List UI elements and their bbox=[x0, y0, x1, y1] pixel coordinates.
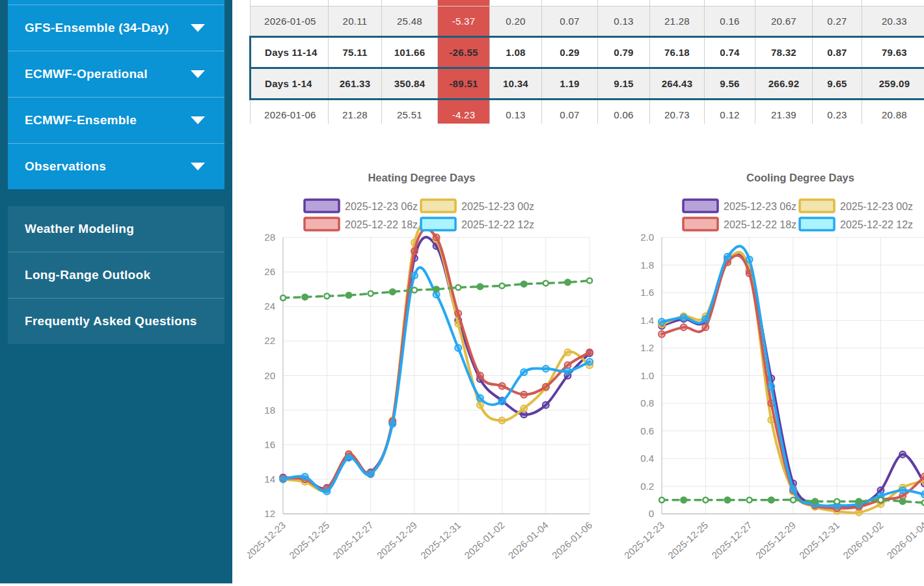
data-point bbox=[323, 488, 330, 494]
data-point bbox=[302, 473, 308, 480]
sidebar-item-label: GFS-Ensemble (34-Day) bbox=[25, 21, 169, 35]
data-point bbox=[768, 496, 775, 503]
data-point bbox=[811, 498, 819, 505]
cell-negative: -89.51 bbox=[438, 68, 490, 100]
sidebar-item-partial[interactable] bbox=[8, 0, 224, 5]
data-point bbox=[433, 286, 440, 293]
x-axis-tick-label: 2025-12-31 bbox=[797, 520, 841, 561]
sidebar-item-gfs-ensemble[interactable]: GFS-Ensemble (34-Day) bbox=[8, 5, 224, 51]
data-point bbox=[455, 310, 461, 317]
cell-value: 0.87 bbox=[813, 37, 862, 68]
data-point bbox=[587, 278, 592, 283]
data-point bbox=[564, 368, 571, 375]
cell-value: 20.11 bbox=[329, 7, 382, 37]
sidebar-item-observations[interactable]: Observations bbox=[8, 143, 224, 189]
cell-value: 9.15 bbox=[598, 68, 650, 100]
legend-item[interactable]: 2025-12-23 00z bbox=[421, 200, 534, 212]
cell-value: 20.88 bbox=[862, 100, 924, 124]
table-row: 2026-01-0621.2825.51-4.230.130.070.0620.… bbox=[251, 100, 924, 124]
data-point bbox=[499, 382, 506, 389]
data-point bbox=[586, 358, 593, 365]
degree-days-table: 2026-01-0520.1125.48-5.370.200.070.1321.… bbox=[249, 0, 924, 124]
legend-item[interactable]: 2025-12-22 12z bbox=[800, 218, 913, 230]
legend-label: 2025-12-23 06z bbox=[345, 201, 418, 212]
cell-value: 20.73 bbox=[650, 100, 705, 124]
cell-negative: -4.23 bbox=[438, 100, 490, 124]
x-axis-tick-label: 2026-01-04 bbox=[884, 520, 924, 561]
y-axis-tick-label: 22 bbox=[264, 335, 275, 346]
data-point bbox=[659, 319, 665, 325]
cell-negative: -26.55 bbox=[438, 37, 490, 68]
data-point bbox=[543, 280, 549, 286]
cell-value: 0.20 bbox=[490, 7, 542, 37]
sidebar-item-long-range-outlook[interactable]: Long-Range Outlook bbox=[8, 252, 224, 298]
sidebar: GFS-Ensemble (34-Day) ECMWF-Operational … bbox=[0, 0, 232, 583]
cell-value: 0.29 bbox=[542, 37, 598, 68]
series-2025-12-22 12z bbox=[659, 246, 924, 509]
x-axis-tick-label: 2025-12-29 bbox=[754, 520, 798, 561]
data-point bbox=[680, 496, 687, 503]
x-axis-tick-label: 2025-12-31 bbox=[418, 520, 463, 561]
legend-item[interactable]: 2025-12-23 06z bbox=[683, 200, 796, 212]
data-point bbox=[703, 498, 708, 503]
sidebar-item-label: Frequently Asked Questions bbox=[25, 314, 197, 328]
sidebar-item-ecmwf-ensemble[interactable]: ECMWF-Ensemble bbox=[8, 97, 224, 143]
y-axis-tick-label: 24 bbox=[264, 300, 275, 312]
y-axis-tick-label: 0.2 bbox=[640, 481, 654, 492]
sidebar-item-faq[interactable]: Frequently Asked Questions bbox=[8, 298, 224, 344]
y-axis-tick-label: 1.0 bbox=[640, 370, 654, 381]
cell-value: 21.28 bbox=[650, 7, 705, 37]
data-point bbox=[790, 486, 796, 492]
sidebar-item-weather-modeling[interactable]: Weather Modeling bbox=[8, 206, 224, 252]
sidebar-item-ecmwf-operational[interactable]: ECMWF-Operational bbox=[8, 51, 224, 97]
y-axis-tick-label: 26 bbox=[264, 266, 275, 277]
cell-value: 21.28 bbox=[329, 100, 382, 124]
row-label: 2026-01-06 bbox=[251, 100, 329, 124]
cell-value: 78.32 bbox=[755, 37, 813, 68]
data-point bbox=[543, 402, 549, 408]
x-axis-tick-label: 2025-12-27 bbox=[709, 520, 754, 561]
data-point bbox=[368, 471, 374, 477]
legend-item[interactable]: 2025-12-23 06z bbox=[305, 200, 418, 212]
x-axis-tick-label: 2025-12-29 bbox=[375, 520, 419, 561]
sidebar-item-label: ECMWF-Ensemble bbox=[25, 113, 137, 127]
data-point bbox=[724, 496, 731, 503]
data-point bbox=[411, 272, 418, 278]
cell-value: 79.63 bbox=[862, 37, 924, 68]
chevron-down-icon bbox=[191, 70, 205, 78]
y-axis-tick-label: 1.8 bbox=[640, 260, 654, 271]
row-label: 2026-01-05 bbox=[251, 7, 329, 37]
cell-value bbox=[329, 0, 382, 7]
y-axis-tick-label: 16 bbox=[264, 439, 275, 450]
y-axis-tick-label: 14 bbox=[264, 473, 275, 485]
data-point bbox=[368, 291, 374, 296]
legend-label: 2025-12-22 18z bbox=[724, 219, 796, 230]
cell-value: 76.18 bbox=[650, 37, 705, 68]
chevron-down-icon bbox=[191, 24, 205, 32]
legend-item[interactable]: 2025-12-22 12z bbox=[421, 218, 534, 230]
legend-item[interactable]: 2025-12-22 18z bbox=[683, 218, 796, 230]
data-point bbox=[411, 248, 418, 254]
y-axis-tick-label: 0.6 bbox=[640, 425, 654, 436]
data-point bbox=[433, 234, 440, 241]
legend-item[interactable]: 2025-12-22 18z bbox=[305, 218, 418, 230]
x-axis-tick-label: 2026-01-02 bbox=[462, 520, 506, 561]
legend-label: 2025-12-23 06z bbox=[724, 201, 796, 212]
cell-value: 101.66 bbox=[382, 37, 438, 68]
cell-value bbox=[813, 0, 862, 7]
chevron-down-icon bbox=[191, 163, 205, 170]
data-point bbox=[280, 476, 286, 483]
data-point bbox=[324, 293, 329, 299]
cell-value bbox=[650, 0, 705, 7]
data-point bbox=[702, 315, 709, 322]
data-point bbox=[477, 402, 483, 408]
sidebar-item-label: Observations bbox=[25, 159, 106, 174]
cell-value: 25.48 bbox=[382, 7, 438, 37]
legend-label: 2025-12-22 12z bbox=[461, 219, 534, 230]
table-row bbox=[251, 0, 924, 7]
cell-value: 264.43 bbox=[650, 68, 705, 100]
legend-item[interactable]: 2025-12-23 00z bbox=[800, 200, 913, 212]
cell-value: 75.11 bbox=[329, 37, 382, 68]
y-axis-tick-label: 20 bbox=[264, 370, 275, 381]
cell-value: 0.16 bbox=[705, 7, 755, 37]
